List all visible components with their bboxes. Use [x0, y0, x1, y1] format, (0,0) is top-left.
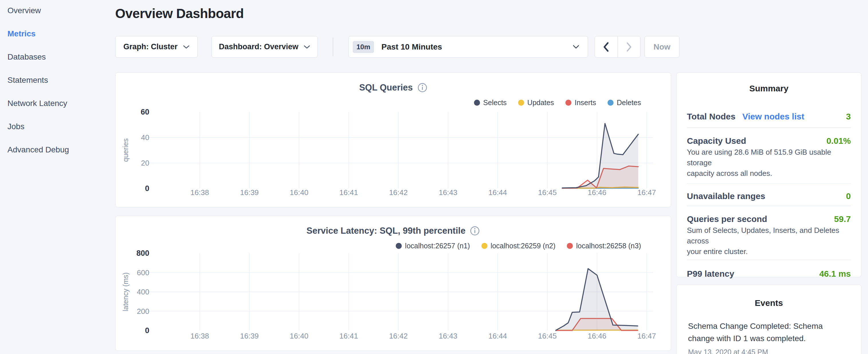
next-timespan-button[interactable] — [618, 36, 641, 57]
sidebar-item-statements[interactable]: Statements — [7, 74, 108, 87]
legend-label: Selects — [483, 99, 507, 107]
service-latency-chart-card: Service Latency: SQL, 99th percentile lo… — [115, 216, 671, 351]
sidebar-item-jobs[interactable]: Jobs — [7, 120, 108, 133]
dashboard-dropdown[interactable]: Dashboard: Overview — [212, 36, 318, 58]
capacity-used-row: Capacity Used 0.01% — [687, 136, 851, 146]
svg-text:200: 200 — [137, 307, 149, 316]
chart-legend: SelectsUpdatesInsertsDeletes — [474, 99, 641, 107]
legend-label: Updates — [527, 99, 554, 107]
queries-per-second-description: Sum of Selects, Updates, Inserts, and De… — [687, 225, 851, 257]
now-button[interactable]: Now — [645, 36, 679, 58]
legend-item: localhost:26258 (n3) — [567, 242, 641, 250]
legend-label: localhost:26258 (n3) — [576, 242, 641, 250]
page-title: Overview Dashboard — [115, 6, 244, 21]
unavailable-ranges-label: Unavailable ranges — [687, 191, 765, 201]
svg-text:16:43: 16:43 — [439, 188, 457, 197]
time-range-label: Past 10 Minutes — [381, 42, 442, 52]
legend-dot-icon — [608, 100, 614, 106]
svg-text:16:45: 16:45 — [538, 188, 557, 197]
svg-text:16:41: 16:41 — [339, 188, 358, 197]
info-icon[interactable] — [417, 83, 427, 93]
svg-text:16:39: 16:39 — [240, 188, 259, 197]
p99-latency-row: P99 latency 46.1 ms — [687, 269, 851, 279]
sidebar-item-network-latency[interactable]: Network Latency — [7, 97, 108, 110]
graph-dropdown-label: Graph: Cluster — [123, 42, 177, 51]
legend-item: Deletes — [608, 99, 641, 107]
sidebar-nav: OverviewMetricsDatabasesStatementsNetwor… — [7, 4, 108, 167]
total-nodes-row: Total Nodes View nodes list 3 — [687, 112, 851, 122]
svg-text:16:39: 16:39 — [240, 332, 259, 340]
sidebar-item-metrics[interactable]: Metrics — [7, 28, 108, 40]
queries-per-second-value: 59.7 — [834, 214, 851, 224]
svg-text:16:38: 16:38 — [190, 332, 209, 340]
divider — [687, 206, 851, 206]
sidebar-item-advanced-debug[interactable]: Advanced Debug — [7, 143, 108, 156]
chevron-down-icon — [304, 45, 310, 49]
svg-text:16:47: 16:47 — [637, 332, 656, 340]
total-nodes-label: Total Nodes — [687, 112, 735, 122]
svg-text:16:44: 16:44 — [488, 188, 507, 197]
event-item[interactable]: Schema Change Completed: Schema change w… — [688, 320, 850, 345]
svg-text:16:47: 16:47 — [637, 188, 656, 197]
svg-text:16:42: 16:42 — [389, 188, 408, 197]
svg-text:queries: queries — [122, 138, 129, 162]
previous-timespan-button[interactable] — [595, 36, 618, 57]
chart-title: Service Latency: SQL, 99th percentile — [307, 226, 466, 236]
legend-item: Selects — [474, 99, 507, 107]
total-nodes-value: 3 — [846, 112, 851, 122]
sidebar-item-overview[interactable]: Overview — [7, 4, 108, 17]
time-pager-group — [595, 36, 641, 58]
legend-item: localhost:26257 (n1) — [396, 242, 470, 250]
sql-queries-chart-card: SQL Queries SelectsUpdatesInsertsDeletes… — [115, 72, 671, 207]
capacity-used-value: 0.01% — [827, 136, 851, 146]
event-timestamp: May 13, 2020 at 4:45 PM — [688, 348, 850, 354]
svg-text:60: 60 — [141, 108, 149, 116]
queries-per-second-label: Queries per second — [687, 214, 767, 224]
now-button-label: Now — [653, 42, 670, 52]
overview-dashboard-page: { "sidebar": { "items": [ {"label": "Ove… — [0, 0, 868, 354]
svg-text:40: 40 — [141, 133, 149, 142]
svg-text:600: 600 — [137, 268, 149, 277]
unavailable-ranges-row: Unavailable ranges 0 — [687, 191, 851, 201]
time-range-badge: 10m — [353, 41, 374, 53]
legend-label: localhost:26257 (n1) — [405, 242, 470, 250]
p99-latency-label: P99 latency — [687, 269, 734, 279]
svg-text:20: 20 — [141, 159, 149, 167]
sidebar-item-databases[interactable]: Databases — [7, 51, 108, 63]
capacity-used-label: Capacity Used — [687, 136, 746, 146]
svg-text:16:41: 16:41 — [339, 332, 358, 340]
svg-text:16:44: 16:44 — [488, 332, 507, 340]
chevron-down-icon — [183, 45, 190, 49]
capacity-used-description: You are using 28.6 MiB of 515.9 GiB usab… — [687, 147, 851, 179]
legend-label: Inserts — [575, 99, 596, 107]
divider — [687, 183, 851, 184]
legend-label: Deletes — [617, 99, 641, 107]
legend-dot-icon — [474, 100, 480, 106]
unavailable-ranges-value: 0 — [846, 191, 851, 201]
svg-text:latency (ms): latency (ms) — [122, 272, 129, 311]
chevron-right-icon — [626, 42, 632, 52]
sql-queries-plot[interactable]: 16:3816:3916:4016:4116:4216:4316:4416:45… — [116, 73, 672, 207]
graph-dropdown[interactable]: Graph: Cluster — [115, 36, 198, 58]
time-range-dropdown[interactable]: 10m Past 10 Minutes — [348, 36, 588, 58]
controls-divider — [333, 37, 333, 56]
service-latency-plot[interactable]: 16:3816:3916:4016:4116:4216:4316:4416:45… — [116, 216, 672, 351]
legend-dot-icon — [396, 243, 402, 249]
legend-dot-icon — [567, 243, 573, 249]
svg-text:0: 0 — [145, 326, 149, 335]
divider — [687, 127, 851, 128]
events-panel: Events Schema Change Completed: Schema c… — [676, 284, 861, 354]
svg-text:16:43: 16:43 — [439, 332, 457, 340]
info-icon[interactable] — [470, 226, 480, 236]
svg-text:16:42: 16:42 — [389, 332, 408, 340]
events-title: Events — [688, 298, 850, 308]
view-nodes-list-link[interactable]: View nodes list — [742, 112, 804, 122]
summary-title: Summary — [687, 84, 851, 93]
legend-dot-icon — [518, 100, 524, 106]
summary-panel: Summary Total Nodes View nodes list 3 Ca… — [676, 72, 861, 277]
legend-item: Updates — [518, 99, 554, 107]
legend-dot-icon — [565, 100, 571, 106]
svg-text:16:40: 16:40 — [290, 188, 308, 197]
svg-text:16:38: 16:38 — [190, 188, 209, 197]
legend-item: localhost:26259 (n2) — [482, 242, 556, 250]
